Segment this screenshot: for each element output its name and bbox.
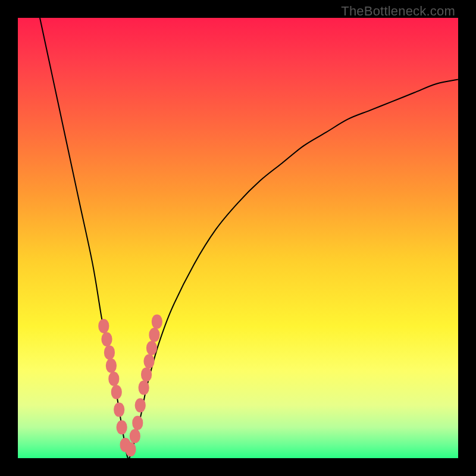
marker-point xyxy=(98,319,109,333)
chart-frame: TheBottleneck.com xyxy=(0,0,476,476)
marker-point xyxy=(106,359,117,373)
highlighted-points xyxy=(98,315,162,457)
marker-point xyxy=(111,385,122,399)
plot-area xyxy=(18,18,458,458)
watermark-text: TheBottleneck.com xyxy=(341,4,455,19)
marker-point xyxy=(149,328,159,342)
marker-point xyxy=(101,332,112,346)
marker-point xyxy=(139,381,149,395)
bottleneck-curve xyxy=(40,18,458,458)
marker-point xyxy=(130,429,140,443)
marker-point xyxy=(117,420,127,434)
marker-point xyxy=(125,442,136,456)
marker-point xyxy=(141,367,152,381)
marker-point xyxy=(146,341,157,355)
marker-point xyxy=(135,398,146,412)
marker-point xyxy=(104,345,115,359)
marker-point xyxy=(152,315,162,329)
marker-point xyxy=(132,416,143,430)
marker-point xyxy=(108,372,119,386)
marker-point xyxy=(114,403,124,417)
curve-layer xyxy=(18,18,458,458)
marker-point xyxy=(144,354,155,368)
